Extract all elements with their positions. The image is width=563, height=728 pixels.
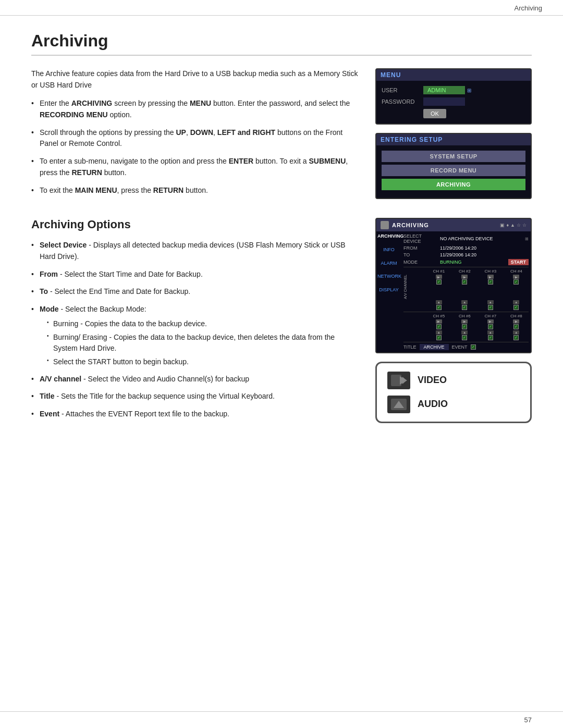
arch-ch5-vid-icon: ▶ <box>436 319 442 324</box>
status-icon-5: ☆ <box>522 223 527 228</box>
arch-ch3-vid-check[interactable] <box>488 279 493 285</box>
arch-ch1-header: CH #1 <box>426 269 451 274</box>
arch-ch5-header: CH #5 <box>426 314 451 318</box>
arch-channels-header-row2: CH #5 CH #6 CH #7 CH #8 <box>403 314 529 318</box>
arch-ch8-vid: ▶ <box>504 319 529 329</box>
archiving-title-text: ARCHIVING <box>381 221 429 229</box>
options-bullets: Select Device - Displays all detected ba… <box>31 240 360 420</box>
menu-password-row: PASSWORD <box>382 97 525 106</box>
svg-marker-1 <box>402 377 407 384</box>
arch-ch1-aud-check[interactable] <box>436 305 442 310</box>
arch-mode-value: BURNING <box>440 260 508 265</box>
arch-ch2-aud-check[interactable] <box>462 305 467 310</box>
arch-divider-3 <box>403 342 529 342</box>
system-setup-button[interactable]: SYSTEM SETUP <box>382 151 525 162</box>
arch-ch4-vid-check[interactable] <box>513 279 519 285</box>
archiving-sidebar: ARCHIVING INFO ALARM NETWORK DISPLAY <box>376 231 401 352</box>
arch-ch-spacer <box>403 269 425 274</box>
arch-mode-label: MODE <box>403 260 440 265</box>
page-content: Archiving The Archive feature copies dat… <box>0 16 563 447</box>
arch-ch5-8-vid-row: ▶ ▶ ▶ ▶ <box>403 319 529 329</box>
arch-channels-header-row1: CH #1 CH #2 CH #3 CH #4 <box>403 269 529 274</box>
arch-ch6-aud-check[interactable] <box>462 335 467 340</box>
arch-ch-spacer2 <box>403 314 425 318</box>
arch-ch7-aud-check[interactable] <box>488 335 493 340</box>
sidebar-archiving[interactable]: ARCHIVING <box>377 233 400 240</box>
menu-password-label: PASSWORD <box>382 98 423 105</box>
arch-start-button[interactable]: START <box>508 259 529 265</box>
menu-user-icon: ⊞ <box>467 88 471 93</box>
video-svg <box>391 375 407 386</box>
arch-ch5-aud-check[interactable] <box>436 335 442 340</box>
archiving-button[interactable]: ARCHIVING <box>382 179 525 190</box>
sidebar-info[interactable]: INFO <box>377 247 400 253</box>
arch-from-label: FROM <box>403 245 440 251</box>
arch-from-row: FROM 11/29/2006 14:20 <box>403 245 529 251</box>
options-text-area: Archiving Options Select Device - Displa… <box>31 218 360 426</box>
legend-box: VIDEO AUDIO <box>375 362 532 423</box>
arch-ch1-aud-icon: ▲ <box>436 300 442 304</box>
sidebar-network[interactable]: NETWORK <box>377 274 400 280</box>
arch-select-device-value: NO ARCHIVING DEVICE <box>440 236 525 241</box>
footer: 57 <box>0 711 563 728</box>
archiving-title-icon <box>381 221 389 229</box>
arch-ch4-aud-icon: ▲ <box>513 300 519 304</box>
arch-ch4-vid-icon: ▶ <box>513 275 519 279</box>
arch-ch3-aud: ▲ <box>478 300 503 310</box>
setup-screen-title: ENTERING SETUP <box>376 134 531 145</box>
arch-ch3-aud-check[interactable] <box>488 305 493 310</box>
intro-images: MENU USER ADMIN ⊞ PASSWORD OK <box>375 68 532 202</box>
arch-ch2-aud-icon: ▲ <box>461 300 468 304</box>
arch-divider-1 <box>403 267 529 267</box>
arch-ch5-vid: ▶ <box>426 319 451 329</box>
arch-ch5-aud-icon: ▲ <box>436 330 442 335</box>
arch-ch3-vid: ▶ <box>478 275 503 299</box>
arch-ch8-aud-check[interactable] <box>513 335 519 340</box>
arch-ch2-vid-check[interactable] <box>462 279 467 285</box>
record-menu-button[interactable]: RECORD MENU <box>382 165 525 176</box>
arch-ch4-aud-check[interactable] <box>513 305 519 310</box>
status-icon-1: ▣ <box>500 223 505 228</box>
arch-event-checkbox[interactable] <box>471 344 476 350</box>
arch-ch6-vid-check[interactable] <box>462 324 467 329</box>
arch-ch7-vid-icon: ▶ <box>487 319 494 324</box>
arch-ch1-vid: ▶ <box>426 275 451 299</box>
legend-audio-label: AUDIO <box>418 399 448 410</box>
options-images: ARCHIVING ▣ ♦ ▲ ☆ ☆ ARCHIVING INFO <box>375 218 532 426</box>
arch-ch4-vid: ▶ <box>504 275 529 299</box>
arch-ch3-vid-icon: ▶ <box>487 275 494 279</box>
section-label: Archiving <box>515 4 542 12</box>
arch-ch6-aud-icon: ▲ <box>461 330 468 335</box>
arch-ch1-vid-check[interactable] <box>436 279 442 285</box>
setup-screen-mockup: ENTERING SETUP SYSTEM SETUP RECORD MENU … <box>375 133 532 199</box>
menu-user-row: USER ADMIN ⊞ <box>382 86 525 94</box>
arch-from-value: 11/29/2006 14:20 <box>440 245 529 251</box>
intro-bullet-2: Scroll through the options by pressing t… <box>31 127 360 150</box>
arch-ch8-vid-check[interactable] <box>513 324 519 329</box>
menu-ok-button[interactable]: OK <box>423 109 446 118</box>
mode-burning: Burning - Copies the data to the backup … <box>47 318 360 329</box>
option-title: Title - Sets the Title for the backup se… <box>31 391 360 402</box>
page-number: 57 <box>524 716 532 724</box>
arch-ch5-vid-check[interactable] <box>436 324 442 329</box>
archiving-title-label: ARCHIVING <box>392 222 429 228</box>
intro-text-area: The Archive feature copies data from the… <box>31 68 360 202</box>
arch-divider-2 <box>403 312 529 312</box>
sidebar-display[interactable]: DISPLAY <box>377 287 400 293</box>
archiving-main-content: SELECT DEVICE NO ARCHIVING DEVICE ⊞ FROM… <box>401 231 531 352</box>
arch-event-label: EVENT <box>452 344 468 350</box>
arch-title-field-label: TITLE <box>403 344 417 350</box>
option-select-device: Select Device - Displays all detected ba… <box>31 240 360 262</box>
arch-select-device-label: SELECT DEVICE <box>403 233 440 244</box>
menu-screen-mockup: MENU USER ADMIN ⊞ PASSWORD OK <box>375 68 532 125</box>
legend-video-item: VIDEO <box>387 372 520 389</box>
option-mode: Mode - Select the Backup Mode: Burning -… <box>31 304 360 367</box>
arch-title-event-row: TITLE ARCHIVE EVENT <box>403 344 529 350</box>
menu-user-value: ADMIN <box>423 86 465 94</box>
sidebar-alarm[interactable]: ALARM <box>377 261 400 267</box>
archiving-screen-mockup: ARCHIVING ▣ ♦ ▲ ☆ ☆ ARCHIVING INFO <box>375 218 532 353</box>
status-icon-3: ▲ <box>510 223 515 228</box>
arch-ch7-vid-check[interactable] <box>488 324 493 329</box>
arch-ch1-4-vid-row: A/V CHANNEL ▶ ▶ ▶ <box>403 275 529 299</box>
intro-bullet-1: Enter the ARCHIVING screen by pressing t… <box>31 98 360 120</box>
